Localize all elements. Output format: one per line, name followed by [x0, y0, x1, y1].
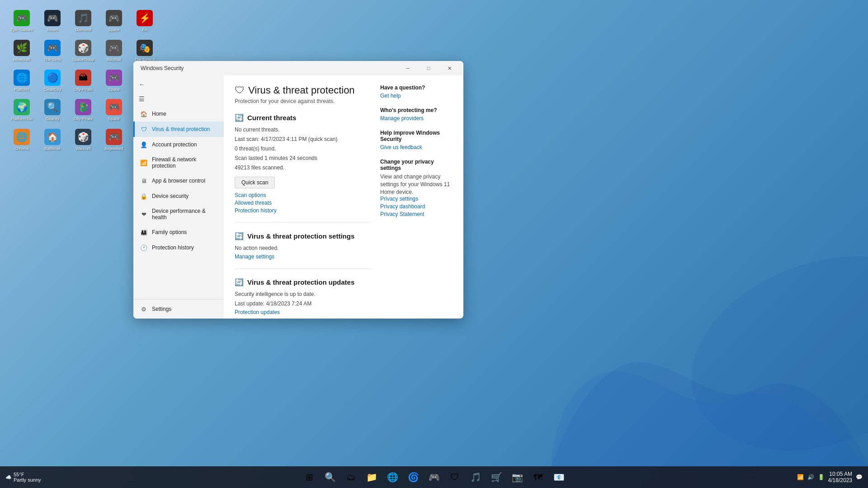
protection-settings-section: 🔄 Virus & threat protection settings No …: [235, 232, 371, 269]
sidebar-back-button[interactable]: ←: [133, 77, 224, 92]
device-security-icon: 🔒: [140, 192, 147, 200]
notification-icon[interactable]: 💬: [856, 474, 863, 480]
right-question-section: Have a question? Get help: [380, 84, 453, 99]
get-help-link[interactable]: Get help: [380, 93, 453, 99]
sidebar-item-home[interactable]: 🏠 Home: [133, 106, 224, 122]
sidebar-item-account[interactable]: 👤 Account protection: [133, 137, 224, 152]
taskview-button[interactable]: 🗂: [341, 467, 361, 487]
desktop-icon[interactable]: 🌐 Platform: [8, 68, 35, 94]
desktop-icon[interactable]: 🎭 The Sims 4: [131, 38, 158, 64]
manage-providers-link[interactable]: Manage providers: [380, 115, 453, 122]
sidebar-item-firewall[interactable]: 📶 Firewall & network protection: [133, 152, 224, 173]
sidebar-item-app[interactable]: 🖥 App & browser control: [133, 173, 224, 188]
sidebar-item-family[interactable]: 👨‍👩‍👧 Family options: [133, 225, 224, 240]
settings-icon: ⚙: [140, 305, 147, 313]
desktop-icon[interactable]: 🐉 Olly-Pirate: [70, 97, 97, 123]
privacy-statement-link[interactable]: Privacy Statement: [380, 211, 453, 217]
desktop-icon[interactable]: 🎮 BlitzBall: [100, 38, 127, 64]
wave-decoration: [552, 240, 868, 466]
taskbar-icon-chrome[interactable]: 🌐: [382, 467, 402, 487]
sidebar-item-virus[interactable]: 🛡 Virus & threat protection: [133, 122, 224, 137]
taskbar-icon-edge[interactable]: 🌀: [403, 467, 423, 487]
desktop-icon[interactable]: 🎮 Epic Games: [8, 8, 35, 34]
sidebar-item-history[interactable]: 🕐 Protection history: [133, 240, 224, 255]
clock: 10:05 AM: [829, 471, 852, 477]
maximize-button[interactable]: □: [418, 61, 439, 75]
last-update-text: Last update: 4/18/2023 7:24 AM: [235, 300, 371, 308]
give-feedback-link[interactable]: Give us feedback: [380, 144, 453, 150]
page-subtitle: Protection for your device against threa…: [235, 98, 371, 104]
allowed-threats-link[interactable]: Allowed threats: [235, 200, 371, 206]
current-threats-header: 🔄 Current threats: [235, 113, 371, 122]
taskbar-icon-security[interactable]: 🛡: [445, 467, 465, 487]
window-controls: ─ □ ✕: [397, 61, 460, 75]
desktop-icon[interactable]: 🏔 Olly-Pirate: [70, 68, 97, 94]
sidebar-item-label: Home: [152, 111, 166, 117]
manage-settings-link[interactable]: Manage settings: [235, 253, 371, 260]
svg-point-0: [665, 240, 868, 466]
device-health-icon: ❤: [140, 211, 147, 218]
taskbar-icon-store[interactable]: 🛒: [486, 467, 506, 487]
taskbar-icon-maps[interactable]: 🗺: [528, 467, 548, 487]
windows-security-window: Windows Security ─ □ ✕ ← ☰ 🏠 Home 🛡 Viru…: [133, 61, 463, 319]
desktop-icon[interactable]: 🌿 Minecraft: [8, 38, 35, 64]
sidebar-item-device-security[interactable]: 🔒 Device security: [133, 188, 224, 204]
desktop-icon[interactable]: 🌐 Chrome: [8, 127, 35, 153]
sound-icon[interactable]: 🔊: [807, 474, 814, 480]
protection-settings-status: No action needed.: [235, 244, 371, 252]
taskbar-icon-photos[interactable]: 📷: [507, 467, 527, 487]
last-scan-text: Last scan: 4/17/2023 4:11 PM (quick scan…: [235, 135, 371, 143]
datetime[interactable]: 10:05 AM 4/18/2023: [828, 471, 852, 483]
taskbar-icon-app2[interactable]: 🎵: [466, 467, 486, 487]
desktop-icon[interactable]: 🎲 SpaceTroop: [70, 38, 97, 64]
no-threats-text: No current threats.: [235, 126, 371, 134]
firewall-icon: 📶: [140, 159, 147, 166]
desktop-icon[interactable]: 🎮 The Sims: [39, 38, 66, 64]
protection-settings-header: 🔄 Virus & threat protection settings: [235, 232, 371, 240]
start-button[interactable]: ⊞: [299, 467, 319, 487]
network-icon[interactable]: 📶: [797, 474, 804, 480]
desktop-icon[interactable]: 🎮 Space: [100, 97, 127, 123]
desktop-icon[interactable]: 🔵 CleanCity: [39, 68, 66, 94]
desktop-icon[interactable]: 🔍 Gitacity: [39, 97, 66, 123]
sidebar-item-device-health[interactable]: ❤ Device performance & health: [133, 204, 224, 225]
desktop-icon[interactable]: 🎮 Bejeweled: [100, 127, 127, 153]
weather-info: 55°F Partly sunny: [14, 472, 41, 483]
current-threats-title: Current threats: [247, 114, 296, 122]
app-icon: 🖥: [140, 177, 147, 184]
close-button[interactable]: ✕: [439, 61, 460, 75]
battery-icon[interactable]: 🔋: [818, 474, 825, 480]
quick-scan-button[interactable]: Quick scan: [235, 177, 275, 188]
window-title: Windows Security: [137, 65, 397, 71]
sidebar-hamburger-button[interactable]: ☰: [133, 92, 224, 106]
search-button[interactable]: 🔍: [320, 467, 340, 487]
privacy-dashboard-link[interactable]: Privacy dashboard: [380, 203, 453, 210]
taskbar-icon-mail[interactable]: 📧: [549, 467, 569, 487]
desktop-icon[interactable]: 🎮 Space: [100, 8, 127, 34]
desktop-icon[interactable]: 🎮 Steam: [39, 8, 66, 34]
minimize-button[interactable]: ─: [397, 61, 418, 75]
date: 4/18/2023: [828, 477, 852, 483]
desktop-icon[interactable]: 🌍 PlatformToo: [8, 97, 35, 123]
sidebar-item-settings[interactable]: ⚙ Settings: [133, 301, 224, 317]
desktop-icon[interactable]: 🎲 Warcraft: [70, 127, 97, 153]
protection-history-link[interactable]: Protection history: [235, 207, 371, 214]
protection-updates-section: 🔄 Virus & threat protection updates Secu…: [235, 278, 371, 319]
right-privacy-section: Change your privacy settings View and ch…: [380, 159, 453, 217]
taskbar: ☁️ 55°F Partly sunny ⊞ 🔍 🗂 📁 🌐 🌀 🎮 🛡 🎵 🛒…: [0, 466, 868, 488]
protection-updates-link[interactable]: Protection updates: [235, 309, 371, 315]
sidebar-bottom: ⚙ Settings: [133, 299, 224, 319]
privacy-settings-link[interactable]: Privacy settings: [380, 196, 453, 202]
desktop-icon[interactable]: ⚡ EA: [131, 8, 158, 34]
scan-options-link[interactable]: Scan options: [235, 192, 371, 198]
desktop-icon[interactable]: 🎮 Space: [100, 68, 127, 94]
taskbar-icon-explorer[interactable]: 📁: [362, 467, 382, 487]
desktop-icon[interactable]: 🏠 Battlenet: [39, 127, 66, 153]
desktop-icon[interactable]: 🎵 Diamond: [70, 8, 97, 34]
window-titlebar: Windows Security ─ □ ✕: [133, 61, 463, 75]
sidebar-item-label: Account protection: [152, 141, 197, 148]
right-question-title: Have a question?: [380, 84, 453, 91]
taskbar-icon-app1[interactable]: 🎮: [424, 467, 444, 487]
current-threats-section: 🔄 Current threats No current threats. La…: [235, 113, 371, 223]
protection-updates-title: Virus & threat protection updates: [247, 278, 354, 286]
